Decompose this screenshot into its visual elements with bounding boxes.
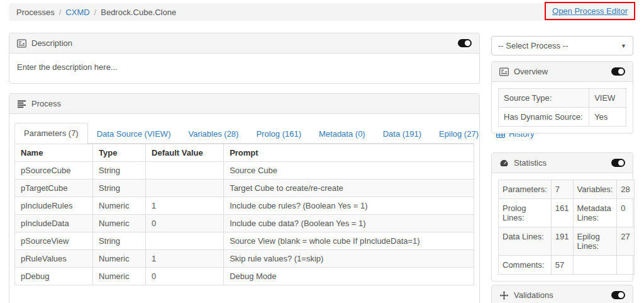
cell-type: Numeric [93,215,146,232]
process-panel-title: Process [31,99,61,108]
cell-prompt: Source View (blank = whole cube If pIncl… [224,232,474,250]
overview-panel-header: Overview [492,62,633,82]
gauge-icon [499,159,509,168]
overview-panel-body: Source Type: VIEW Has Dynamic Source: Ye… [492,82,633,133]
cell-name: pSourceView [15,232,93,250]
cell-default: 1 [146,197,224,215]
stat-label: Epilog Lines: [573,227,617,256]
cell-name: pRuleValues [15,250,93,268]
breadcrumb: Processes / CXMD / Bedrock.Cube.Clone [9,3,633,21]
tab-label: Variables (28) [188,129,238,139]
stat-value: 28 [617,180,634,199]
overview-panel: Overview Source Type: VIEW Has Dynamic S… [491,61,633,134]
tab-label: Prolog (161) [256,129,301,139]
cell-name: pTargetCube [15,180,93,197]
cell-name: pSourceCube [15,162,93,180]
cell-default [146,180,224,197]
cell-prompt: Target Cube to create/re-create [224,180,474,197]
tab-metadata[interactable]: Metadata (0) [310,124,374,144]
table-row: pTargetCube String Target Cube to create… [15,180,474,197]
process-select[interactable]: -- Select Process -- ▼ [491,36,633,55]
table-row: Has Dynamic Source: Yes [499,108,626,127]
stat-label: Comments: [499,256,552,275]
description-panel: Description Enter the description here..… [9,33,480,84]
cell-type: String [93,232,146,250]
cell-name: pIncludeRules [15,197,93,215]
cell-default: 1 [146,250,224,268]
table-row: pSourceView String Source View (blank = … [15,232,474,250]
table-row: Parameters: 7 Variables: 28 [499,180,635,199]
statistics-collapse-toggle[interactable] [611,159,625,167]
card-icon [499,67,509,76]
validations-panel: Validations [491,285,633,303]
tab-data[interactable]: Data (191) [374,124,430,144]
column-header-type: Type [93,144,146,162]
table-row: pDebug Numeric 0 Debug Mode [15,268,474,285]
tab-variables[interactable]: Variables (28) [179,124,247,144]
overview-label: Source Type: [499,89,589,108]
tab-label: Epilog (27) [439,129,479,139]
validations-panel-header: Validations [492,285,633,303]
table-row: Source Type: VIEW [499,89,626,108]
cell-prompt: Debug Mode [224,268,474,285]
process-tabs: Parameters (7) Data Source (VIEW) Variab… [14,123,474,144]
cell-type: Numeric [93,197,146,215]
tab-label: Metadata (0) [319,129,365,139]
tab-label: Data (191) [383,129,421,139]
breadcrumb-group-link[interactable]: CXMD [65,8,89,17]
chevron-down-icon: ▼ [621,43,626,49]
annotation-highlight-box: Open Process Editor [545,2,635,20]
cell-prompt: Skip rule values? (1=skip) [224,250,474,268]
stat-label: Parameters: [499,180,552,199]
cell-prompt: Include cube data? (Boolean Yes = 1) [224,215,474,232]
statistics-panel-body: Parameters: 7 Variables: 28 Prolog Lines… [492,173,633,281]
tab-epilog[interactable]: Epilog (27) [430,124,487,144]
stat-value: 0 [617,199,634,227]
process-panel-header: Process [9,94,479,114]
open-process-editor-link[interactable]: Open Process Editor [552,6,628,16]
statistics-table: Parameters: 7 Variables: 28 Prolog Lines… [498,180,635,275]
stat-value [617,256,634,275]
tab-parameters[interactable]: Parameters (7) [14,123,88,144]
column-header-default: Default Value [146,144,224,162]
stat-label: Variables: [573,180,617,199]
description-text[interactable]: Enter the description here... [9,54,479,81]
align-left-icon [17,100,26,108]
cell-default [146,162,224,180]
tab-label: Parameters (7) [24,129,79,138]
parameters-table: Name Type Default Value Prompt pSourceCu… [14,144,474,285]
process-panel-body: Parameters (7) Data Source (VIEW) Variab… [9,114,479,293]
overview-value: Yes [589,108,626,127]
column-header-prompt: Prompt [224,144,474,162]
cell-type: String [93,162,146,180]
description-collapse-toggle[interactable] [458,39,472,47]
cell-name: pDebug [15,268,93,285]
breadcrumb-root: Processes [16,8,55,17]
tab-prolog[interactable]: Prolog (161) [247,124,310,144]
cell-default: 0 [146,268,224,285]
table-row: pRuleValues Numeric 1 Skip rule values? … [15,250,474,268]
overview-label: Has Dynamic Source: [499,108,589,127]
overview-collapse-toggle[interactable] [611,67,625,76]
breadcrumb-separator: / [94,8,97,17]
card-icon [17,39,26,48]
table-row: pIncludeData Numeric 0 Include cube data… [15,215,474,232]
column-header-name: Name [15,144,93,162]
cell-type: Numeric [93,268,146,285]
validations-collapse-toggle[interactable] [611,291,625,299]
stat-label: Prolog Lines: [499,199,552,227]
table-row: Prolog Lines: 161 Metadata Lines: 0 [499,199,635,227]
stat-label: Metadata Lines: [573,199,617,227]
cell-type: String [93,180,146,197]
table-row: Comments: 57 [499,256,635,275]
table-row: pSourceCube String Source Cube [15,162,474,180]
overview-panel-title: Overview [514,67,548,76]
table-row: pIncludeRules Numeric 1 Include cube rul… [15,197,474,215]
cell-type: Numeric [93,250,146,268]
stat-label: Data Lines: [499,227,552,256]
process-select-value: -- Select Process -- [498,41,568,50]
tab-data-source[interactable]: Data Source (VIEW) [88,124,180,144]
statistics-panel-header: Statistics [492,153,633,173]
stat-value: 191 [551,227,573,256]
table-header-row: Name Type Default Value Prompt [15,144,474,162]
